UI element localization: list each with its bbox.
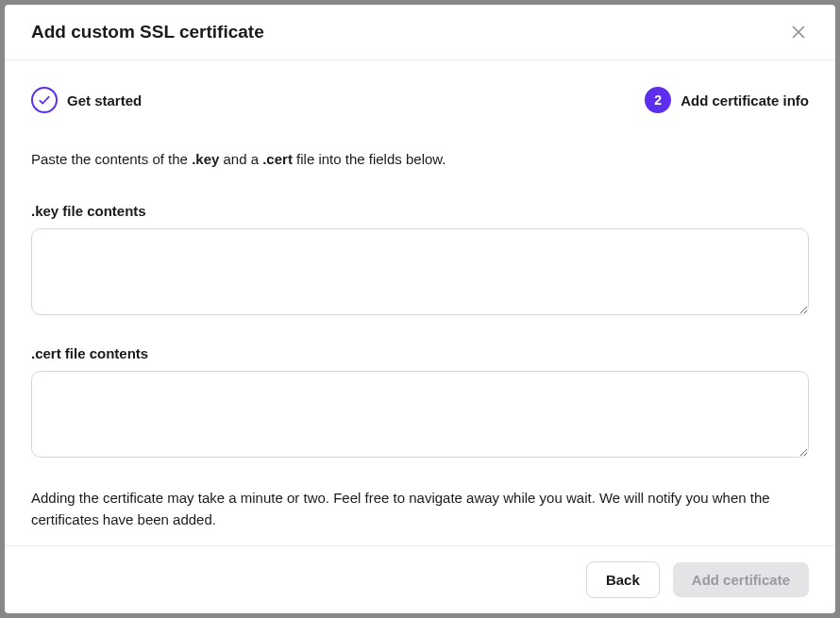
stepper: Get started 2 Add certificate info [31,87,809,113]
instruction-text: Paste the contents of the .key and a .ce… [31,149,809,169]
modal-body: Get started 2 Add certificate info Paste… [5,60,835,545]
cert-field-group: .cert file contents [31,345,809,461]
step-label: Add certificate info [680,92,809,109]
check-icon [38,93,51,107]
add-certificate-button[interactable]: Add certificate [673,562,809,597]
ssl-certificate-modal: Add custom SSL certificate Get started 2… [5,5,835,613]
instruction-suffix: file into the fields below. [293,151,446,167]
instruction-prefix: Paste the contents of the [31,151,192,167]
modal-footer: Back Add certificate [5,545,835,613]
help-text: Adding the certificate may take a minute… [31,488,809,530]
key-file-label: .key file contents [31,203,809,219]
cert-file-label: .cert file contents [31,345,809,361]
modal-title: Add custom SSL certificate [31,22,264,42]
key-file-textarea[interactable] [31,228,809,315]
close-icon [792,25,805,39]
step-get-started[interactable]: Get started [31,87,142,113]
step-label: Get started [67,92,142,109]
cert-file-textarea[interactable] [31,371,809,458]
modal-header: Add custom SSL certificate [5,5,835,60]
close-button[interactable] [788,22,809,42]
instruction-mid: and a [219,151,262,167]
step-add-certificate-info: 2 Add certificate info [645,87,809,113]
back-button[interactable]: Back [586,561,660,598]
cert-extension: .cert [262,151,293,167]
key-extension: .key [192,151,219,167]
key-field-group: .key file contents [31,203,809,319]
step-circle-active: 2 [645,87,671,113]
step-circle-done [31,87,58,113]
